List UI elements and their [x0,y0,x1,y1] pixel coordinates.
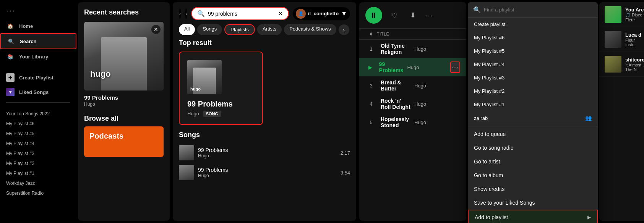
context-search-bar[interactable]: 🔍 [468,2,598,18]
right-card-1[interactable]: You Are... 🎵 Disco song Fleur [599,2,644,27]
song-row-1[interactable]: 99 Problems Hugo 2:17 [179,143,350,163]
right-card-3[interactable]: shitcore It Almost... The N [599,52,644,77]
create-playlist-option[interactable]: Create playlist [468,18,598,31]
right-title-2: Luca d [625,32,644,38]
right-card-2[interactable]: Luca d Fleur Instu [599,27,644,52]
sidebar-playlist-top-songs[interactable]: Your Top Songs 2022 [0,109,76,119]
track-row-2[interactable]: ▶ 99 Problems Hugo ··· [359,58,466,76]
filter-arrow-button[interactable]: › [339,24,349,35]
track-title-4: Rock 'n' Roll Delight [381,98,410,110]
track-title-5: Hopelessly Stoned [381,116,410,128]
playlist-option-zarab[interactable]: za rab 👥 [468,111,598,125]
search-clear-button[interactable]: ✕ [278,10,283,17]
col-num: # [365,32,377,36]
right-info-1: You Are... 🎵 Disco song Fleur [625,7,644,22]
liked-songs-button[interactable]: ♥ Liked Songs [0,85,76,99]
home-icon: 🏠 [6,22,15,30]
save-liked-option[interactable]: Save to your Liked Songs [468,196,598,210]
add-to-playlist-option[interactable]: Add to playlist ▶ [468,210,598,223]
playlist-option-1[interactable]: My Playlist #1 [468,98,598,111]
song-name-2: 99 Problems [198,167,337,173]
top-result-album-art: hugo [187,60,222,94]
context-search-input[interactable] [484,7,592,13]
recent-card-subtitle: Hugo [84,102,164,107]
track-row-3[interactable]: 3 Bread & Butter Hugo [359,76,466,95]
download-ctrl-button[interactable]: ⬇ [407,9,419,21]
back-button[interactable]: ‹ [179,8,181,19]
track-more-button[interactable]: ··· [450,61,460,73]
context-menu-container: 🔍 Create playlist My Playlist #6 My Play… [468,2,598,221]
menu-dots[interactable]: ··· [0,4,76,19]
show-credits-option[interactable]: Show credits [468,182,598,196]
filter-songs[interactable]: Songs [197,24,222,35]
go-to-song-radio-option[interactable]: Go to song radio [468,141,598,155]
sidebar-playlist-5[interactable]: My Playlist #5 [0,129,76,139]
track-num-4: 4 [365,101,377,107]
go-to-album-option[interactable]: Go to album [468,168,598,182]
recent-card[interactable]: hugo ✕ [84,22,164,90]
right-sub2-2: Instu [625,42,644,47]
right-title-1: You Are... [625,7,644,13]
track-num-3: 3 [365,83,377,89]
song-row-2[interactable]: 99 Problems Hugo 3:54 [179,163,350,183]
close-recent-button[interactable]: ✕ [151,25,161,34]
sidebar-playlist-1[interactable]: My Playlist #1 [0,168,76,178]
user-chevron-icon: ▼ [341,10,347,17]
pause-button[interactable]: ⏸ [365,7,382,24]
filter-all[interactable]: All [179,24,195,35]
sidebar-playlist-4[interactable]: My Playlist #4 [0,139,76,149]
filter-playlists[interactable]: Playlists [224,24,255,35]
playlist-option-3[interactable]: My Playlist #3 [468,71,598,84]
user-badge[interactable]: 👤 il_coniglietto ▼ [293,7,350,20]
right-sub-2: Fleur [625,38,644,42]
filter-podcasts[interactable]: Podcasts & Shows [284,24,336,35]
queue-header: ⏸ ♡ ⬇ ··· [359,2,466,29]
context-divider-1 [468,126,598,126]
sidebar-playlist-2[interactable]: My Playlist #2 [0,158,76,168]
playlist-option-6[interactable]: My Playlist #6 [468,31,598,44]
more-options-button[interactable]: ··· [425,11,434,20]
sidebar-playlist-superstition[interactable]: Superstition Radio [0,188,76,198]
forward-button[interactable]: › [185,8,187,19]
right-info-2: Luca d Fleur Instu [625,32,644,47]
search-icon: 🔍 [7,37,15,45]
search-input[interactable] [208,11,275,17]
playlist-submenu: Create playlist My Playlist #6 My Playli… [468,18,598,125]
sidebar-item-search[interactable]: 🔍 Search [0,33,76,49]
playlist-list: Your Top Songs 2022 My Playlist #6 My Pl… [0,109,76,198]
right-sub2-3: The N [625,67,644,72]
sidebar-item-home[interactable]: 🏠 Home [0,19,76,33]
sidebar-item-library[interactable]: 📚 Your Library [0,49,76,64]
right-thumb-2 [605,31,621,48]
track-title-1: Old Tyme Religion [381,43,410,55]
track-artist-3: Hugo [414,83,460,89]
track-row-4[interactable]: 4 Rock 'n' Roll Delight Hugo [359,95,466,113]
playlist-option-2[interactable]: My Playlist #2 [468,84,598,98]
track-num-1: 1 [365,46,377,52]
recent-card-title: 99 Problems [84,94,164,101]
playlist-option-5[interactable]: My Playlist #5 [468,44,598,58]
top-result-card[interactable]: hugo 99 Problems Hugo SONG [179,52,263,125]
track-title-3: Bread & Butter [381,79,410,92]
track-row-1[interactable]: 1 Old Tyme Religion Hugo [359,40,466,58]
library-icon: 📚 [6,52,15,61]
top-result-song-name: 99 Problems [187,100,255,108]
create-playlist-button[interactable]: + Create Playlist [0,70,76,85]
search-bar[interactable]: 🔍 ✕ [191,7,289,20]
browse-podcasts-card[interactable]: Podcasts [84,126,164,157]
playlist-option-4[interactable]: My Playlist #4 [468,58,598,71]
track-num-2: ▶ [365,65,375,70]
heart-ctrl-button[interactable]: ♡ [388,9,401,21]
zarab-icon: 👥 [585,115,592,121]
user-avatar: 👤 [296,9,306,19]
search-content: Top result hugo 99 Problems Hugo SONG So… [173,39,356,221]
filter-artists[interactable]: Artists [257,24,282,35]
add-to-queue-option[interactable]: Add to queue [468,127,598,141]
track-row-5[interactable]: 5 Hopelessly Stoned Hugo [359,113,466,131]
sidebar-playlist-6[interactable]: My Playlist #6 [0,119,76,129]
sidebar-playlist-3[interactable]: My Playlist #3 [0,149,76,158]
songs-section-title: Songs [179,131,350,139]
track-artist-5: Hugo [414,120,460,125]
go-to-artist-option[interactable]: Go to artist [468,155,598,168]
sidebar-playlist-workday[interactable]: Workday Jazz [0,178,76,188]
